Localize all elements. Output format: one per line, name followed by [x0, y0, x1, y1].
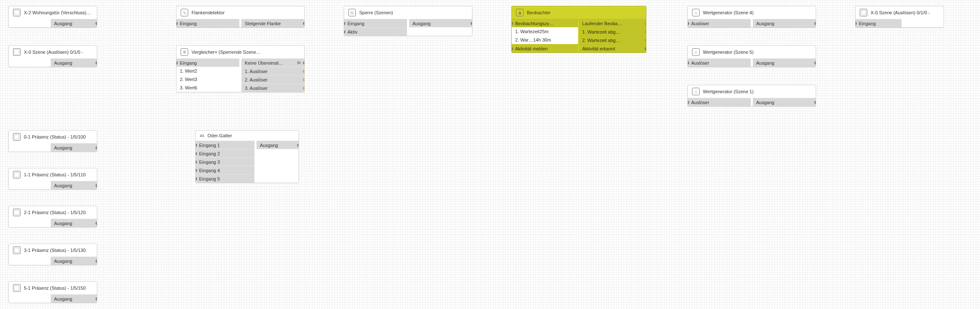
- port-Eing5[interactable]: Eingang 5: [196, 174, 254, 183]
- port-output-dot[interactable]: [96, 61, 97, 65]
- port-Wert1[interactable]: 1. Wert2: [176, 67, 239, 75]
- port-Warte1abg[interactable]: 1. Wartezeit abg…: [579, 27, 646, 36]
- wires-layer: [0, 0, 980, 309]
- port-output-dot[interactable]: [814, 101, 816, 104]
- port-Ausl3[interactable]: 3. Auslöser: [241, 84, 304, 92]
- n-pres0[interactable]: 0-1 Präsenz (Status) - 1/5/100Ausgang: [8, 130, 97, 152]
- port-input-dot[interactable]: [196, 152, 197, 155]
- port-Ausgang[interactable]: Ausgang: [409, 19, 472, 27]
- port-Aktiv[interactable]: Aktiv: [344, 27, 407, 36]
- port-output-dot[interactable]: [303, 78, 304, 81]
- port-KeineUebereinst[interactable]: Keine Übereinsti…⊳: [241, 58, 304, 67]
- node-title: Vergleicher+ (Sperrende Szene…: [192, 50, 301, 55]
- port-output-dot[interactable]: [645, 30, 646, 34]
- port-input-dot[interactable]: [196, 169, 197, 172]
- port-Eingang[interactable]: Eingang: [176, 19, 239, 27]
- port-Wert2[interactable]: 2. Wert3: [176, 75, 239, 84]
- port-Eing4[interactable]: Eingang 4: [196, 166, 254, 174]
- n-scene-in[interactable]: X-0 Szene (Auslösen) 0/1/0 -Ausgang: [8, 45, 97, 67]
- knx-icon: [13, 284, 21, 292]
- port-output-dot[interactable]: [297, 144, 298, 147]
- port-Eingang[interactable]: Eingang: [344, 19, 407, 27]
- n-cmp[interactable]: Vergleicher+ (Sperrende Szene…EingangKei…: [176, 45, 305, 92]
- port-input-dot[interactable]: [688, 101, 689, 104]
- port-Ausloeser[interactable]: Auslöser: [688, 58, 751, 67]
- port-Eingang[interactable]: Eingang: [856, 19, 902, 27]
- port-output-dot[interactable]: [96, 297, 97, 301]
- n-sperre[interactable]: Sperre (Szenen)EingangAusgangAktiv: [344, 6, 472, 36]
- port-LaufBeob[interactable]: Laufender Beoba…: [579, 19, 646, 27]
- port-Eing2[interactable]: Eingang 2: [196, 149, 254, 157]
- port-Ausgang[interactable]: Ausgang: [753, 98, 816, 106]
- port-Wert3[interactable]: 3. Wert6: [176, 84, 239, 92]
- n-pres5[interactable]: 5-1 Präsenz (Status) - 1/5/150Ausgang: [8, 281, 97, 303]
- port-output-dot[interactable]: [645, 47, 646, 50]
- n-or[interactable]: ≥1Oder-GatterEingang 1AusgangEingang 2Ei…: [195, 130, 299, 183]
- port-input-dot[interactable]: [688, 61, 689, 65]
- port-Ausgang[interactable]: Ausgang: [257, 141, 298, 149]
- port-input-dot[interactable]: [176, 22, 178, 25]
- port-Ausgang[interactable]: Ausgang: [51, 219, 97, 227]
- port-input-dot[interactable]: [196, 144, 197, 147]
- port-Warte2abg[interactable]: 2. Wartezeit abg…: [579, 36, 646, 44]
- port-output-dot[interactable]: [645, 22, 646, 25]
- port-Eing3[interactable]: Eingang 3: [196, 157, 254, 166]
- port-input-dot[interactable]: [344, 22, 345, 25]
- port-output-dot[interactable]: [303, 70, 304, 73]
- n-pres1[interactable]: 1-1 Präsenz (Status) - 1/5/110Ausgang: [8, 168, 97, 190]
- n-scene-out[interactable]: X-0 Szene (Auslösen) 0/1/0 -Eingang: [855, 6, 944, 28]
- n-gen4[interactable]: Wertgenerator (Szene 4)AuslöserAusgang: [687, 6, 816, 28]
- port-Ausgang[interactable]: Ausgang: [753, 19, 816, 27]
- port-output-dot[interactable]: [645, 39, 646, 42]
- n-door[interactable]: X-2 Wohnungstür (Verschluss)…Ausgang: [8, 6, 97, 28]
- port-Ausl2[interactable]: 2. Auslöser: [241, 75, 304, 84]
- port-input-dot[interactable]: [688, 22, 689, 25]
- n-pres3[interactable]: 3-1 Präsenz (Status) - 1/5/130Ausgang: [8, 244, 97, 265]
- port-input-dot[interactable]: [856, 22, 857, 25]
- port-output-dot[interactable]: [96, 184, 97, 187]
- port-label: Ausgang: [412, 21, 430, 26]
- port-label: Ausgang: [54, 259, 72, 264]
- port-Ausgang[interactable]: Ausgang: [51, 19, 97, 27]
- port-Warte2[interactable]: 2. War…14h 30m: [512, 36, 578, 44]
- port-output-dot[interactable]: [814, 61, 816, 65]
- port-Ausgang[interactable]: Ausgang: [51, 294, 97, 303]
- port-Warte1[interactable]: 1. Wartezeit25m: [512, 27, 578, 36]
- port-label: Auslöser: [691, 100, 709, 105]
- port-Ausgang[interactable]: Ausgang: [753, 58, 816, 67]
- port-output-dot[interactable]: [814, 22, 816, 25]
- port-input-dot[interactable]: [512, 22, 513, 25]
- port-SteigendeFlanke[interactable]: Steigende Flanke: [241, 19, 304, 27]
- port-Ausloeser[interactable]: Auslöser: [688, 19, 751, 27]
- port-Eingang[interactable]: Eingang: [176, 58, 239, 67]
- port-output-dot[interactable]: [96, 222, 97, 225]
- port-AktMelden[interactable]: Aktivität melden: [512, 44, 578, 52]
- port-input-dot[interactable]: [176, 61, 178, 65]
- port-AktErkannt[interactable]: Aktivität erkannt: [579, 44, 646, 52]
- knx-icon: [13, 246, 21, 254]
- port-output-dot[interactable]: [303, 22, 304, 25]
- port-output-dot[interactable]: [96, 259, 97, 263]
- port-Eing1[interactable]: Eingang 1: [196, 141, 254, 149]
- port-output-dot[interactable]: [471, 22, 472, 25]
- port-input-dot[interactable]: [196, 160, 197, 164]
- port-Ausgang[interactable]: Ausgang: [51, 181, 97, 189]
- n-obs[interactable]: BeobachterBeobachtungszy…Laufender Beoba…: [511, 6, 646, 53]
- n-flank[interactable]: FlankendetektorEingangSteigende Flanke: [176, 6, 305, 28]
- port-input-dot[interactable]: [344, 30, 345, 34]
- port-input-dot[interactable]: [512, 47, 513, 50]
- port-Beobachtungszyklus[interactable]: Beobachtungszy…: [512, 19, 578, 27]
- port-Ausgang[interactable]: Ausgang: [51, 143, 97, 152]
- n-pres2[interactable]: 2-1 Präsenz (Status) - 1/5/120Ausgang: [8, 206, 97, 228]
- n-gen1[interactable]: Wertgenerator (Szene 1)AuslöserAusgang: [687, 85, 816, 107]
- port-output-dot[interactable]: [303, 61, 304, 65]
- port-output-dot[interactable]: [303, 86, 304, 90]
- n-gen5[interactable]: Wertgenerator (Szene 5)AuslöserAusgang: [687, 45, 816, 67]
- port-Ausloeser[interactable]: Auslöser: [688, 98, 751, 106]
- port-output-dot[interactable]: [96, 146, 97, 149]
- port-Ausl1[interactable]: 1. Auslöser: [241, 67, 304, 75]
- port-output-dot[interactable]: [96, 22, 97, 25]
- port-Ausgang[interactable]: Ausgang: [51, 58, 97, 67]
- port-input-dot[interactable]: [196, 177, 197, 181]
- port-Ausgang[interactable]: Ausgang: [51, 257, 97, 265]
